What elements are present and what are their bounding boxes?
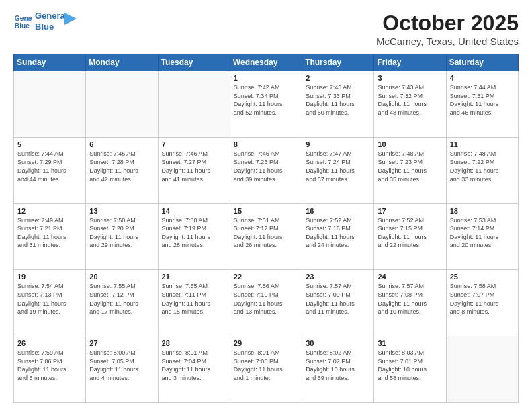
day-number: 18 [450,207,515,215]
day-number: 6 [89,140,154,148]
page: General Blue General Blue October 2025 M… [0,0,532,411]
svg-marker-3 [64,13,77,25]
day-info: Sunrise: 7:58 AM Sunset: 7:07 PM Dayligh… [450,282,515,316]
day-info: Sunrise: 7:52 AM Sunset: 7:15 PM Dayligh… [378,216,442,250]
day-info: Sunrise: 7:57 AM Sunset: 7:08 PM Dayligh… [378,282,442,316]
calendar-cell: 29Sunrise: 8:01 AM Sunset: 7:03 PM Dayli… [230,336,302,403]
day-info: Sunrise: 8:01 AM Sunset: 7:04 PM Dayligh… [162,349,226,382]
calendar-cell: 12Sunrise: 7:49 AM Sunset: 7:21 PM Dayli… [14,203,86,270]
day-number: 3 [378,74,442,82]
day-number: 28 [162,339,226,347]
day-info: Sunrise: 7:56 AM Sunset: 7:10 PM Dayligh… [234,282,298,316]
calendar-cell: 22Sunrise: 7:56 AM Sunset: 7:10 PM Dayli… [230,270,302,336]
calendar-cell [158,71,230,138]
day-number: 12 [17,207,82,215]
day-info: Sunrise: 7:47 AM Sunset: 7:24 PM Dayligh… [306,150,370,183]
subtitle: McCamey, Texas, United States [376,36,519,47]
logo-arrow-icon [64,13,77,25]
day-number: 29 [234,339,298,347]
svg-text:Blue: Blue [15,22,30,30]
day-number: 24 [378,273,442,281]
day-number: 7 [162,140,226,148]
calendar-day-header: Saturday [446,54,518,71]
day-number: 31 [378,339,442,347]
calendar-cell: 11Sunrise: 7:48 AM Sunset: 7:22 PM Dayli… [446,137,518,203]
calendar-cell: 3Sunrise: 7:43 AM Sunset: 7:32 PM Daylig… [374,71,446,138]
calendar-cell: 5Sunrise: 7:44 AM Sunset: 7:29 PM Daylig… [14,137,86,203]
calendar-header-row: SundayMondayTuesdayWednesdayThursdayFrid… [14,54,519,71]
day-info: Sunrise: 7:46 AM Sunset: 7:27 PM Dayligh… [162,150,226,183]
calendar-cell [446,336,518,403]
calendar-cell: 13Sunrise: 7:50 AM Sunset: 7:20 PM Dayli… [86,203,158,270]
calendar-cell: 30Sunrise: 8:02 AM Sunset: 7:02 PM Dayli… [302,336,374,403]
calendar-week-row: 5Sunrise: 7:44 AM Sunset: 7:29 PM Daylig… [14,137,519,203]
day-number: 21 [162,273,226,281]
day-info: Sunrise: 7:51 AM Sunset: 7:17 PM Dayligh… [234,216,298,250]
day-number: 4 [450,74,515,82]
day-info: Sunrise: 7:49 AM Sunset: 7:21 PM Dayligh… [17,216,82,250]
calendar-cell: 15Sunrise: 7:51 AM Sunset: 7:17 PM Dayli… [230,203,302,270]
main-title: October 2025 [376,11,519,36]
day-info: Sunrise: 7:48 AM Sunset: 7:22 PM Dayligh… [450,150,515,183]
day-number: 2 [306,74,370,82]
day-number: 9 [306,140,370,148]
calendar-day-header: Thursday [302,54,374,71]
day-info: Sunrise: 7:50 AM Sunset: 7:20 PM Dayligh… [89,216,154,250]
day-info: Sunrise: 7:59 AM Sunset: 7:06 PM Dayligh… [17,349,82,382]
day-number: 1 [234,74,298,82]
day-number: 20 [89,273,154,281]
day-info: Sunrise: 7:53 AM Sunset: 7:14 PM Dayligh… [450,216,515,250]
calendar-week-row: 19Sunrise: 7:54 AM Sunset: 7:13 PM Dayli… [14,270,519,336]
day-number: 16 [306,207,370,215]
day-number: 15 [234,207,298,215]
calendar-day-header: Tuesday [158,54,230,71]
logo-general: General [35,11,67,21]
day-info: Sunrise: 7:57 AM Sunset: 7:09 PM Dayligh… [306,282,370,316]
calendar-cell [14,71,86,138]
calendar-cell: 6Sunrise: 7:45 AM Sunset: 7:28 PM Daylig… [86,137,158,203]
header: General Blue General Blue October 2025 M… [13,11,519,47]
day-number: 5 [17,140,82,148]
calendar-day-header: Monday [86,54,158,71]
calendar-cell: 21Sunrise: 7:55 AM Sunset: 7:11 PM Dayli… [158,270,230,336]
day-number: 10 [378,140,442,148]
calendar-cell: 17Sunrise: 7:52 AM Sunset: 7:15 PM Dayli… [374,203,446,270]
logo: General Blue General Blue [13,11,77,32]
day-number: 11 [450,140,515,148]
logo-icon: General Blue [13,12,32,31]
day-number: 27 [89,339,154,347]
calendar-cell: 26Sunrise: 7:59 AM Sunset: 7:06 PM Dayli… [14,336,86,403]
title-block: October 2025 McCamey, Texas, United Stat… [376,11,519,47]
day-number: 13 [89,207,154,215]
calendar-cell: 10Sunrise: 7:48 AM Sunset: 7:23 PM Dayli… [374,137,446,203]
day-number: 17 [378,207,442,215]
day-info: Sunrise: 7:43 AM Sunset: 7:33 PM Dayligh… [306,83,370,117]
calendar-cell: 20Sunrise: 7:55 AM Sunset: 7:12 PM Dayli… [86,270,158,336]
day-info: Sunrise: 8:02 AM Sunset: 7:02 PM Dayligh… [306,349,370,382]
calendar-week-row: 26Sunrise: 7:59 AM Sunset: 7:06 PM Dayli… [14,336,519,403]
day-number: 30 [306,339,370,347]
calendar-cell: 9Sunrise: 7:47 AM Sunset: 7:24 PM Daylig… [302,137,374,203]
calendar-cell: 7Sunrise: 7:46 AM Sunset: 7:27 PM Daylig… [158,137,230,203]
day-info: Sunrise: 7:44 AM Sunset: 7:29 PM Dayligh… [17,150,82,183]
day-number: 8 [234,140,298,148]
calendar-cell: 24Sunrise: 7:57 AM Sunset: 7:08 PM Dayli… [374,270,446,336]
calendar-cell: 31Sunrise: 8:03 AM Sunset: 7:01 PM Dayli… [374,336,446,403]
day-number: 22 [234,273,298,281]
day-number: 14 [162,207,226,215]
day-info: Sunrise: 7:55 AM Sunset: 7:11 PM Dayligh… [162,282,226,316]
day-info: Sunrise: 7:52 AM Sunset: 7:16 PM Dayligh… [306,216,370,250]
calendar-cell: 18Sunrise: 7:53 AM Sunset: 7:14 PM Dayli… [446,203,518,270]
day-number: 25 [450,273,515,281]
day-number: 26 [17,339,82,347]
calendar-cell: 2Sunrise: 7:43 AM Sunset: 7:33 PM Daylig… [302,71,374,138]
day-info: Sunrise: 8:03 AM Sunset: 7:01 PM Dayligh… [378,349,442,382]
calendar-cell [86,71,158,138]
calendar-cell: 23Sunrise: 7:57 AM Sunset: 7:09 PM Dayli… [302,270,374,336]
day-info: Sunrise: 7:42 AM Sunset: 7:34 PM Dayligh… [234,83,298,117]
day-info: Sunrise: 7:48 AM Sunset: 7:23 PM Dayligh… [378,150,442,183]
day-info: Sunrise: 7:45 AM Sunset: 7:28 PM Dayligh… [89,150,154,183]
day-info: Sunrise: 7:46 AM Sunset: 7:26 PM Dayligh… [234,150,298,183]
calendar-week-row: 12Sunrise: 7:49 AM Sunset: 7:21 PM Dayli… [14,203,519,270]
calendar-table: SundayMondayTuesdayWednesdayThursdayFrid… [13,54,519,403]
